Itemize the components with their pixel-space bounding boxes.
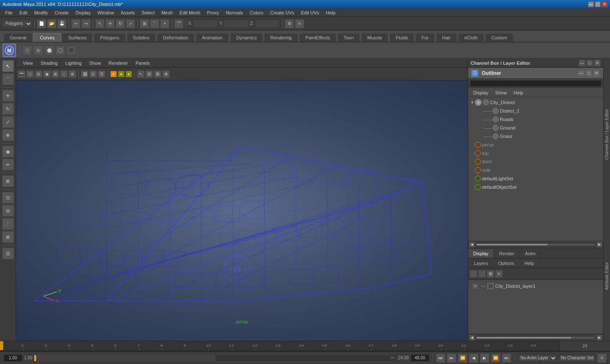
tool-layer[interactable]: ☰ — [2, 248, 14, 259]
start-frame-field[interactable] — [3, 354, 22, 362]
vp-menu-renderer[interactable]: Renderer — [105, 60, 131, 66]
channel-box-label[interactable]: Channel Box / Layer Editor — [604, 105, 610, 164]
scale-button[interactable]: ⤢ — [126, 19, 135, 28]
mode-dropdown[interactable]: Polygons — [2, 19, 32, 28]
vp-wire[interactable]: ⊟ — [35, 70, 42, 78]
tool-universal[interactable]: ⊕ — [2, 129, 14, 141]
tool-soft-sel[interactable]: ◉ — [2, 146, 14, 157]
vp-menu-lighting[interactable]: Lighting — [62, 60, 85, 66]
playback-cursor[interactable] — [34, 355, 36, 361]
menu-assets[interactable]: Assets — [117, 9, 138, 16]
menu-createuvs[interactable]: Create UVs — [267, 9, 298, 16]
menu-edituvs[interactable]: Edit UVs — [298, 9, 323, 16]
menu-proxy[interactable]: Proxy — [204, 9, 222, 16]
outliner-minimize[interactable]: — — [578, 70, 585, 77]
anim-layer-dropdown[interactable]: No Anim Layer — [518, 354, 557, 362]
vp-menu-shading[interactable]: Shading — [37, 60, 61, 66]
vp-light2[interactable]: ● — [118, 71, 125, 77]
vp-camera[interactable]: 📷 — [18, 70, 25, 78]
layer-visibility-toggle[interactable]: V — [471, 283, 479, 290]
menu-file[interactable]: File — [2, 9, 16, 16]
shelf-btn-2[interactable]: ◎ — [33, 46, 43, 55]
vp-opt1[interactable]: ⊡ — [89, 70, 97, 78]
move-button[interactable]: ✛ — [105, 19, 115, 28]
vp-menu-show[interactable]: Show — [86, 60, 105, 66]
cb-maximize[interactable]: □ — [586, 60, 593, 66]
maximize-button[interactable]: □ — [595, 1, 601, 7]
shelf-btn-4[interactable]: ◯ — [55, 46, 65, 55]
render-button[interactable]: 🎬 — [174, 19, 183, 28]
outliner-item-ground[interactable]: —— Ground — [477, 124, 603, 132]
tab-custom[interactable]: Custom — [485, 33, 514, 42]
outliner-scrollbar-thumb[interactable] — [477, 244, 547, 245]
menu-select[interactable]: Select — [138, 9, 158, 16]
outliner-item-roads[interactable]: —— Roads — [477, 115, 603, 124]
lock-button[interactable]: ≡ — [295, 19, 304, 28]
channel-scroll-left[interactable]: ◀ — [469, 335, 475, 341]
tab-surfaces[interactable]: Surfaces — [62, 33, 93, 42]
playback-options[interactable]: ≡ — [597, 353, 607, 363]
play-back-button[interactable]: ⏪ — [458, 353, 467, 363]
tab-animation[interactable]: Animation — [196, 33, 229, 42]
outliner-item-front[interactable]: front — [468, 157, 603, 166]
outliner-maximize[interactable]: □ — [585, 70, 592, 77]
tab-fur[interactable]: Fur — [415, 33, 435, 42]
layer-assign-button[interactable]: ⊞ — [487, 270, 494, 278]
tab-toon[interactable]: Toon — [337, 33, 360, 42]
minimize-button[interactable]: — — [588, 1, 594, 7]
channel-subtab-help[interactable]: Help — [520, 260, 538, 267]
shelf-btn-1[interactable]: ⬡ — [22, 46, 32, 55]
snap-curve[interactable]: ⌒ — [150, 19, 159, 28]
tab-painteffects[interactable]: PaintEffects — [299, 33, 337, 42]
vp-xray[interactable]: □ — [60, 70, 68, 78]
tool-snap4[interactable]: ⊞ — [2, 231, 14, 243]
rotate-button[interactable]: ↻ — [116, 19, 125, 28]
tool-sculpt[interactable]: ✏ — [2, 159, 14, 171]
vp-light1[interactable]: ● — [110, 71, 117, 77]
outliner-item-root[interactable]: ▼ ⊞ City_District — [468, 98, 603, 107]
viewport-canvas[interactable]: Y X persp — [16, 80, 468, 341]
playback-range-bar[interactable]: 24 — [34, 355, 396, 361]
tool-rotate[interactable]: ↻ — [2, 103, 14, 115]
vp-select-mode[interactable]: ↖ — [137, 70, 144, 78]
end-frame-field[interactable] — [410, 354, 430, 362]
layer-color-swatch[interactable] — [488, 283, 494, 289]
vp-iso[interactable]: ⬡ — [26, 70, 34, 78]
outliner-search-input[interactable] — [470, 80, 602, 87]
outliner-close[interactable]: ✕ — [593, 70, 600, 77]
channel-scrollbar-track[interactable] — [477, 337, 595, 339]
outliner-item-top[interactable]: top — [468, 149, 603, 157]
menu-mesh[interactable]: Mesh — [158, 9, 176, 16]
tab-rendering[interactable]: Rendering — [264, 33, 298, 42]
channel-subtab-options[interactable]: Options — [494, 260, 518, 267]
settings-button[interactable]: ⚙ — [285, 19, 294, 28]
snap-grid[interactable]: ⊞ — [140, 19, 149, 28]
vp-smooth[interactable]: ◉ — [43, 70, 51, 78]
tab-hair[interactable]: Hair — [436, 33, 457, 42]
vp-component2[interactable]: ⊞ — [154, 70, 161, 78]
outliner-content[interactable]: ▼ ⊞ City_District —— District_2 —— — [468, 97, 603, 241]
menu-create[interactable]: Create — [51, 9, 72, 16]
outliner-scrollbar-track[interactable] — [477, 244, 595, 245]
outliner-item-grass[interactable]: —— Grass — [477, 132, 603, 141]
step-back-button[interactable]: ⏭ — [447, 353, 456, 363]
channel-scroll-right[interactable]: ▶ — [596, 335, 602, 341]
snap-point[interactable]: • — [160, 19, 169, 28]
layer-new-button[interactable]: + — [470, 270, 477, 278]
tab-curves[interactable]: Curves — [33, 33, 61, 42]
menu-window[interactable]: Window — [94, 9, 117, 16]
channel-tab-anim[interactable]: Anim — [520, 249, 541, 258]
outliner-scroll-left[interactable]: ◀ — [469, 242, 475, 248]
tool-snap2[interactable]: ⊟ — [2, 205, 14, 217]
go-start-button[interactable]: ⏮ — [436, 353, 445, 363]
tool-select[interactable]: ↖ — [2, 60, 14, 72]
vp-opt2[interactable]: ☰ — [98, 70, 105, 78]
tab-polygons[interactable]: Polygons — [94, 33, 125, 42]
menu-help[interactable]: Help — [322, 9, 339, 16]
vp-grid[interactable]: ⊕ — [69, 70, 76, 78]
z-input[interactable] — [255, 19, 280, 28]
attribute-editor-label[interactable]: Attribute Editor — [604, 258, 610, 294]
tab-subdivs[interactable]: Subdivs — [127, 33, 156, 42]
tool-snap[interactable]: ⊡ — [2, 192, 14, 204]
play-forward-button[interactable]: ⏩ — [491, 353, 500, 363]
